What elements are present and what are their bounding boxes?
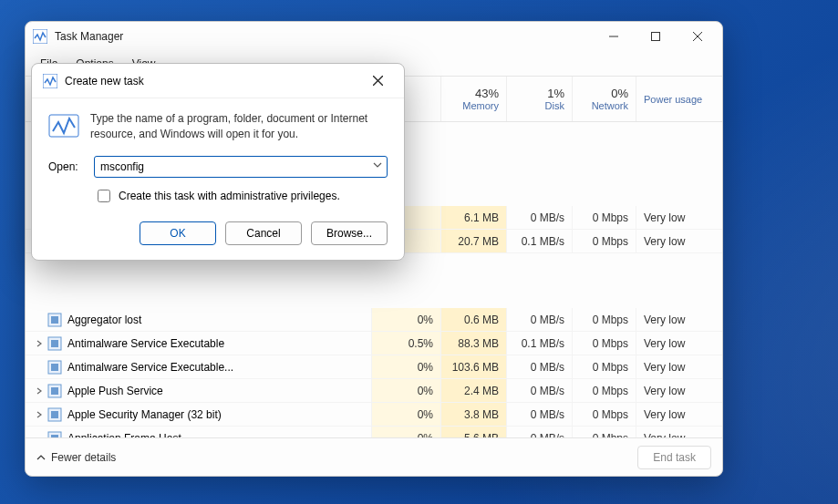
ok-button[interactable]: OK <box>140 221 216 245</box>
cell-pwr: Very low <box>636 427 715 437</box>
cell-cpu: 0.5% <box>372 332 441 355</box>
cell-pwr: Very low <box>636 355 715 378</box>
cell-mem: 3.8 MB <box>441 403 507 426</box>
admin-checkbox[interactable] <box>98 190 110 202</box>
table-row[interactable]: Aggregator lost0%0.6 MB0 MB/s0 MbpsVery … <box>26 308 722 332</box>
admin-checkbox-label: Create this task with administrative pri… <box>119 190 340 202</box>
process-icon <box>47 407 62 422</box>
dialog-title: Create new task <box>65 75 357 87</box>
open-input[interactable] <box>94 156 388 178</box>
process-name-cell: Apple Push Service <box>26 379 372 402</box>
cell-disk: 0 MB/s <box>507 379 573 402</box>
process-name: Apple Push Service <box>67 385 163 397</box>
cell-cpu: 0% <box>372 427 441 437</box>
cell-net: 0 Mbps <box>573 332 636 355</box>
expand-icon[interactable] <box>33 387 46 395</box>
maximize-button[interactable] <box>635 22 677 51</box>
process-name: Aggregator lost <box>67 314 141 326</box>
run-dialog-icon <box>48 111 79 142</box>
cell-net: 0 Mbps <box>573 355 636 378</box>
dialog-instruction: Type the name of a program, folder, docu… <box>90 111 388 143</box>
open-combobox[interactable] <box>94 156 388 178</box>
footer: Fewer details End task <box>26 437 722 476</box>
process-name-cell: Apple Security Manager (32 bit) <box>26 403 372 426</box>
process-name: Antimalware Service Executable <box>67 337 224 350</box>
expand-icon[interactable] <box>33 340 46 347</box>
cell-disk: 0 MB/s <box>507 427 573 437</box>
task-manager-window: Task Manager File Options View 43% Memor… <box>25 21 723 477</box>
table-row[interactable]: Application Frame Host0%5.6 MB0 MB/s0 Mb… <box>26 427 722 437</box>
cell-disk: 0.1 MB/s <box>507 230 573 252</box>
cell-net: 0 Mbps <box>573 308 636 331</box>
cell-pwr: Very low <box>636 308 715 331</box>
cell-mem: 2.4 MB <box>441 379 507 402</box>
col-network[interactable]: 0% Network <box>573 77 636 121</box>
window-title: Task Manager <box>55 30 593 43</box>
svg-rect-14 <box>51 364 58 371</box>
process-name: Antimalware Service Executable... <box>67 361 233 374</box>
svg-rect-10 <box>51 316 58 324</box>
col-memory[interactable]: 43% Memory <box>441 77 507 121</box>
cell-pwr: Very low <box>636 206 715 229</box>
cell-mem: 88.3 MB <box>441 332 507 355</box>
dialog-titlebar: Create new task <box>32 64 404 98</box>
cell-mem: 0.6 MB <box>441 308 507 331</box>
expand-icon[interactable] <box>33 411 46 418</box>
task-manager-icon <box>33 29 47 44</box>
cell-disk: 0 MB/s <box>507 403 573 426</box>
svg-rect-16 <box>51 387 58 395</box>
process-name-cell: Antimalware Service Executable <box>26 332 372 355</box>
cell-net: 0 Mbps <box>573 206 636 229</box>
cell-net: 0 Mbps <box>573 403 636 426</box>
open-label: Open: <box>48 160 85 173</box>
process-name-cell: Antimalware Service Executable... <box>26 355 372 378</box>
cell-pwr: Very low <box>636 332 715 355</box>
process-name: Apple Security Manager (32 bit) <box>67 408 222 421</box>
fewer-details-toggle[interactable]: Fewer details <box>36 451 116 464</box>
cell-mem: 5.6 MB <box>441 427 507 437</box>
process-icon <box>47 336 62 351</box>
cell-mem: 103.6 MB <box>441 355 507 378</box>
chevron-up-icon <box>36 453 46 462</box>
cell-net: 0 Mbps <box>573 230 636 252</box>
end-task-button[interactable]: End task <box>637 446 711 469</box>
cell-cpu: 0% <box>372 379 441 402</box>
table-row[interactable]: Apple Security Manager (32 bit)0%3.8 MB0… <box>26 403 722 427</box>
browse-button[interactable]: Browse... <box>311 221 388 245</box>
cell-pwr: Very low <box>636 379 715 402</box>
cancel-button[interactable]: Cancel <box>225 221 302 245</box>
col-disk[interactable]: 1% Disk <box>507 77 573 121</box>
cell-disk: 0 MB/s <box>507 206 573 229</box>
cell-net: 0 Mbps <box>573 379 636 402</box>
cell-mem: 20.7 MB <box>441 230 507 252</box>
close-button[interactable] <box>677 22 719 51</box>
process-name-cell: Aggregator lost <box>26 308 372 331</box>
table-row[interactable]: Apple Push Service0%2.4 MB0 MB/s0 MbpsVe… <box>26 379 722 403</box>
cell-disk: 0 MB/s <box>507 308 573 331</box>
table-row[interactable]: Antimalware Service Executable...0%103.6… <box>26 355 722 379</box>
create-new-task-dialog: Create new task Type the name of a progr… <box>31 63 405 261</box>
process-icon <box>47 384 62 398</box>
cell-disk: 0 MB/s <box>507 355 573 378</box>
process-icon <box>47 313 62 327</box>
process-icon <box>47 360 62 375</box>
cell-cpu: 0% <box>372 308 441 331</box>
minimize-button[interactable] <box>593 22 635 51</box>
svg-rect-12 <box>51 340 58 347</box>
titlebar: Task Manager <box>26 22 722 51</box>
dialog-close-button[interactable] <box>357 64 398 98</box>
cell-net: 0 Mbps <box>573 427 636 437</box>
table-row[interactable]: Antimalware Service Executable0.5%88.3 M… <box>26 332 722 355</box>
svg-rect-20 <box>51 435 58 438</box>
dialog-app-icon <box>43 74 57 88</box>
cell-cpu: 0% <box>372 355 441 378</box>
cell-mem: 6.1 MB <box>441 206 507 229</box>
cell-disk: 0.1 MB/s <box>507 332 573 355</box>
svg-rect-18 <box>51 411 58 418</box>
cell-pwr: Very low <box>636 230 715 252</box>
svg-rect-2 <box>652 33 660 41</box>
col-power[interactable]: Power usage <box>636 77 715 121</box>
cell-pwr: Very low <box>636 403 715 426</box>
cell-cpu: 0% <box>372 403 441 426</box>
process-name: Application Frame Host <box>67 432 181 438</box>
